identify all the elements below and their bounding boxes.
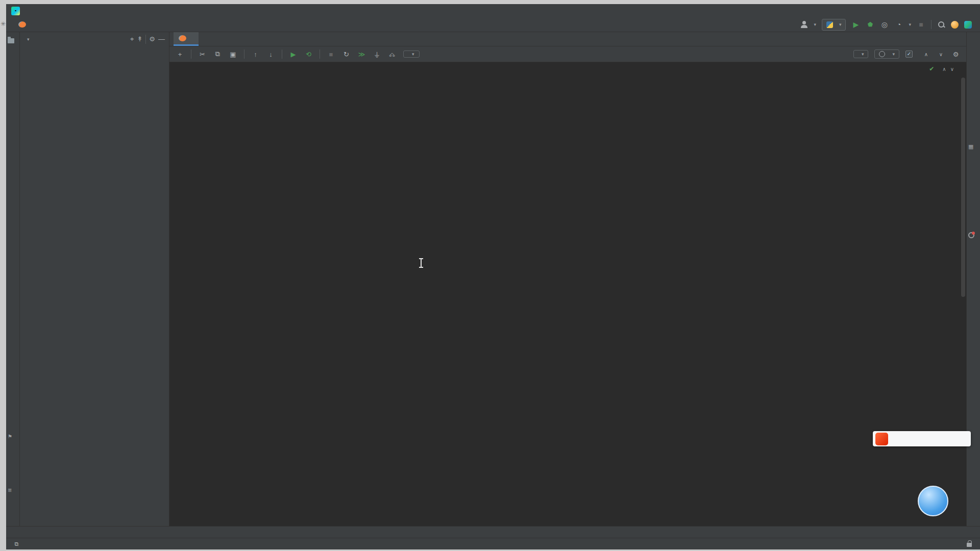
mouse-ibeam-cursor — [421, 259, 422, 267]
delete-cell-icon[interactable]: 🝓 — [388, 50, 397, 59]
copy-cell-icon[interactable]: ⧉ — [213, 50, 222, 59]
kernel-selector[interactable]: ▾ — [874, 49, 899, 59]
run-all-cells-icon[interactable]: ≫ — [357, 50, 366, 59]
prev-problem-icon[interactable]: ∧ — [942, 66, 946, 72]
chevron-down-icon: ▾ — [862, 52, 864, 57]
navigation-bar: ▾ ▾ ▶ ⬟ ◎ ◔ ▾ ■ — [6, 17, 980, 32]
promo-bubble[interactable] — [918, 486, 948, 516]
profiler-dropdown-icon[interactable]: ▾ — [909, 22, 911, 27]
hide-panel-icon[interactable]: — — [158, 35, 165, 43]
bookmark-icon: ⚑ — [8, 434, 12, 439]
tool-stripe-sciview[interactable]: ▦ — [968, 143, 973, 152]
chevron-down-icon: ▾ — [412, 52, 414, 57]
debug-button[interactable]: ⬟ — [866, 20, 874, 29]
clear-outputs-icon[interactable]: ⏚ — [373, 50, 381, 59]
left-tool-stripe: ⚑ ≣ — [6, 32, 20, 526]
notebook-file-icon — [18, 21, 26, 28]
cell-type-selector[interactable]: ▾ — [403, 51, 420, 58]
structure-icon: ≣ — [8, 487, 12, 493]
sogou-ime-toolbar[interactable] — [873, 431, 971, 446]
tool-stripe-project[interactable] — [8, 36, 14, 43]
cut-cell-icon[interactable]: ✂ — [198, 50, 207, 59]
run-cell-icon[interactable]: ▶ — [289, 50, 298, 59]
ide-feature-icon[interactable] — [964, 21, 972, 29]
maximize-button[interactable] — [935, 4, 958, 17]
run-button[interactable]: ▶ — [851, 20, 860, 29]
notebook-toolbar-right: ▾ ▾ ✓ ∧ ∨ ⚙ — [853, 49, 960, 59]
editor-tab-bar — [169, 32, 966, 46]
folder-icon — [8, 38, 14, 43]
add-cell-icon[interactable]: + — [176, 50, 184, 59]
next-problem-icon[interactable]: ∨ — [950, 66, 954, 72]
notebook-toolbar: + ✂ ⧉ ▣ ↑ ↓ ▶ ⟲ ■ ↻ ≫ ⏚ 🝓 — [169, 46, 966, 62]
screen: ✳ ▾ ▾ — [0, 0, 980, 551]
restart-kernel-icon[interactable]: ↻ — [342, 50, 351, 59]
kernel-status-icon — [879, 51, 885, 57]
trusted-checkbox[interactable]: ✓ — [905, 51, 913, 58]
read-lock-icon[interactable] — [967, 543, 972, 547]
notifications-bell-icon — [968, 232, 974, 238]
search-everywhere-icon[interactable] — [937, 20, 945, 29]
notification-orange-icon[interactable] — [951, 21, 959, 29]
panel-header-divider — [145, 35, 146, 44]
move-cell-up-icon[interactable]: ↑ — [251, 50, 260, 59]
title-bar — [6, 4, 980, 17]
tool-window-bar — [6, 526, 980, 538]
project-panel: ▾ ⌖ ↟ ⚙ — — [20, 32, 169, 526]
main-area: ⚑ ≣ ▾ ⌖ ↟ ⚙ — — [6, 32, 980, 526]
window-controls — [913, 4, 980, 17]
minimize-button[interactable] — [913, 4, 935, 17]
move-cell-down-icon[interactable]: ↓ — [266, 50, 275, 59]
right-tool-stripe: ▦ — [966, 32, 980, 526]
notebook-settings-gear-icon[interactable]: ⚙ — [951, 50, 960, 59]
interrupt-kernel-icon[interactable]: ■ — [327, 50, 335, 59]
sogou-logo-icon[interactable] — [875, 433, 888, 445]
chevron-down-icon: ▾ — [839, 22, 842, 27]
project-view-dropdown-icon[interactable]: ▾ — [27, 37, 30, 42]
scroll-up-icon[interactable]: ∧ — [922, 50, 930, 59]
run-toolbar: ▾ ▾ ▶ ⬟ ◎ ◔ ▾ ■ — [800, 19, 972, 31]
status-right — [916, 541, 972, 547]
chevron-down-icon: ▾ — [892, 52, 895, 57]
user-account-icon[interactable] — [800, 20, 808, 29]
editor-scrollbar[interactable] — [961, 78, 965, 297]
toolbar-divider — [931, 20, 932, 29]
tool-stripe-bookmarks[interactable]: ⚑ — [8, 432, 12, 439]
python-config-icon — [826, 21, 833, 28]
project-panel-header: ▾ ⌖ ↟ ⚙ — — [20, 32, 169, 46]
scroll-down-icon[interactable]: ∨ — [937, 50, 945, 59]
user-dropdown-chevron-icon[interactable]: ▾ — [814, 22, 816, 27]
notebook-file-icon — [179, 35, 186, 41]
code-editor[interactable]: ✔ ∧ ∨ — [169, 62, 966, 526]
pycharm-window: ▾ ▾ ▶ ⬟ ◎ ◔ ▾ ■ — [6, 4, 980, 549]
project-tree — [20, 46, 169, 48]
tool-stripe-notifications[interactable] — [968, 232, 974, 240]
run-config-selector[interactable]: ▾ — [822, 19, 846, 31]
locate-file-icon[interactable]: ⌖ — [130, 35, 134, 43]
status-bar: ⧉ — [6, 538, 980, 549]
tool-stripe-structure[interactable]: ≣ — [8, 485, 12, 493]
desktop-star-icon: ✳ — [1, 20, 6, 28]
inspection-ok-icon: ✔ — [929, 65, 934, 72]
trusted-toggle[interactable]: ✓ — [905, 51, 916, 58]
close-button[interactable] — [958, 4, 980, 17]
server-selector[interactable]: ▾ — [853, 50, 869, 58]
layout-icon[interactable]: ⧉ — [12, 540, 21, 548]
stop-button[interactable]: ■ — [917, 20, 925, 29]
panel-settings-gear-icon[interactable]: ⚙ — [149, 35, 155, 43]
inspections-widget[interactable]: ✔ ∧ ∨ — [929, 65, 954, 72]
coverage-button[interactable]: ◎ — [880, 20, 889, 29]
pycharm-logo-icon — [11, 7, 20, 15]
paste-cell-icon[interactable]: ▣ — [229, 50, 237, 59]
sciview-icon: ▦ — [968, 143, 973, 150]
run-all-above-icon[interactable]: ⟲ — [304, 50, 313, 59]
profiler-button[interactable]: ◔ — [894, 20, 903, 29]
editor-column: + ✂ ⧉ ▣ ↑ ↓ ▶ ⟲ ■ ↻ ≫ ⏚ 🝓 — [169, 32, 966, 526]
collapse-all-icon[interactable]: ↟ — [137, 35, 142, 43]
tab-helloworld-ipynb[interactable] — [174, 32, 199, 46]
